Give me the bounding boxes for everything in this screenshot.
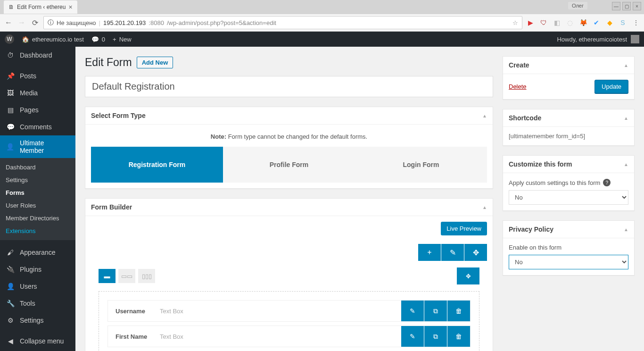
browser-tab[interactable]: 🗎 Edit Form ‹ ethereu ×: [4, 0, 77, 14]
menu-tools[interactable]: 🔧Tools: [0, 295, 75, 312]
menu-ultimate-member[interactable]: 👤Ultimate Member: [0, 135, 75, 158]
delete-link[interactable]: Delete: [509, 83, 527, 90]
user-menu[interactable]: Howdy, ethereumicoiotest: [557, 35, 639, 43]
close-window-icon[interactable]: ×: [633, 2, 641, 10]
section-move-button[interactable]: ✥: [457, 267, 479, 284]
menu-comments[interactable]: 💬Comments: [0, 118, 75, 135]
submenu-member-directories[interactable]: Member Directories: [0, 212, 75, 225]
layout-1col-button[interactable]: ▬: [99, 269, 116, 283]
submenu-dashboard[interactable]: Dashboard: [0, 161, 75, 174]
duplicate-field-button[interactable]: ⧉: [424, 326, 447, 347]
plus-icon: +: [427, 248, 431, 257]
menu-plugins[interactable]: 🔌Plugins: [0, 261, 75, 278]
submenu-settings[interactable]: Settings: [0, 174, 75, 186]
live-preview-button[interactable]: Live Preview: [441, 222, 487, 235]
layout-2col-button[interactable]: ▭▭: [118, 269, 135, 283]
site-link[interactable]: 🏠 ethereumico.io test: [22, 36, 84, 43]
tab-bar: 🗎 Edit Form ‹ ethereu × Олег — ▢ ×: [0, 0, 644, 14]
avatar-icon: [631, 35, 639, 43]
form-title-input[interactable]: [85, 76, 493, 97]
edit-field-button[interactable]: ✎: [401, 301, 424, 321]
plus-icon: +: [113, 36, 116, 43]
add-new-button[interactable]: Add New: [137, 57, 173, 68]
ext-icon[interactable]: S: [619, 18, 627, 27]
back-button[interactable]: ←: [4, 18, 13, 27]
chevron-up-icon[interactable]: ▲: [482, 205, 487, 210]
postbox-header[interactable]: Form Builder ▲: [85, 199, 493, 216]
chevron-up-icon[interactable]: ▲: [624, 227, 628, 232]
privacy-select[interactable]: No: [509, 255, 628, 269]
form-builder-box: Form Builder ▲ Live Preview + ✎ ✥: [85, 198, 493, 351]
menu-users[interactable]: 👤Users: [0, 278, 75, 295]
delete-field-button[interactable]: 🗑: [447, 301, 470, 321]
postbox-header[interactable]: Customize this form ▲: [503, 156, 634, 173]
tab-title: Edit Form ‹ ethereu: [17, 4, 66, 10]
ext-icon[interactable]: 🛡: [539, 18, 548, 27]
page-title: Edit Form: [85, 56, 132, 69]
url-input[interactable]: ⓘ Не защищено | 195.201.20.193:8080/wp-a…: [43, 16, 522, 29]
media-icon: 🖼: [6, 88, 15, 98]
form-type-registration[interactable]: Registration Form: [91, 147, 223, 183]
ext-icon[interactable]: ◆: [605, 18, 614, 27]
maximize-icon[interactable]: ▢: [622, 2, 631, 10]
duplicate-field-button[interactable]: ⧉: [424, 301, 447, 321]
form-type-login[interactable]: Login Form: [355, 147, 487, 183]
field-type: Text Box: [160, 333, 401, 340]
chevron-up-icon[interactable]: ▲: [624, 63, 628, 68]
close-icon[interactable]: ×: [68, 3, 72, 11]
add-field-button[interactable]: +: [418, 244, 441, 261]
postbox-header[interactable]: Privacy Policy ▲: [503, 221, 634, 238]
layout-3col-button[interactable]: ▯▯▯: [138, 269, 155, 283]
postbox-header[interactable]: Select Form Type ▲: [85, 107, 493, 125]
minimize-icon[interactable]: —: [612, 2, 620, 10]
chevron-up-icon[interactable]: ▲: [624, 162, 628, 167]
field-row[interactable]: Username Text Box ✎ ⧉ 🗑: [107, 300, 471, 322]
edit-button[interactable]: ✎: [441, 244, 464, 261]
move-icon: ✥: [466, 273, 471, 280]
menu-dashboard[interactable]: ⏱Dashboard: [0, 47, 75, 64]
user-chip: Олег: [568, 2, 587, 9]
bookmark-icon[interactable]: ☆: [512, 19, 518, 26]
move-button[interactable]: ✥: [464, 244, 487, 261]
reload-button[interactable]: ⟳: [30, 18, 40, 27]
menu-settings[interactable]: ⚙Settings: [0, 312, 75, 329]
comment-icon: 💬: [91, 36, 99, 43]
new-link[interactable]: + New: [113, 36, 132, 43]
ext-icon[interactable]: ✔: [592, 18, 601, 27]
ext-icon[interactable]: ◧: [553, 18, 561, 27]
submenu-forms[interactable]: Forms: [0, 186, 75, 199]
forward-button: →: [17, 18, 26, 27]
select-form-type-box: Select Form Type ▲ Note: Form type canno…: [85, 107, 493, 189]
menu-icon[interactable]: ⋮: [632, 18, 640, 27]
menu-appearance[interactable]: 🖌Appearance: [0, 244, 75, 261]
security-label: Не защищено: [57, 19, 96, 26]
postbox-header[interactable]: Create ▲: [503, 57, 634, 74]
help-icon[interactable]: ?: [603, 179, 611, 186]
home-icon: 🏠: [22, 36, 29, 43]
extensions: ▶ 🛡 ◧ ◌ 🦊 ✔ ◆ S ⋮: [526, 18, 640, 27]
submenu-user-roles[interactable]: User Roles: [0, 199, 75, 212]
chevron-up-icon[interactable]: ▲: [482, 113, 487, 118]
wp-logo-icon[interactable]: W: [5, 34, 14, 44]
submenu-extensions[interactable]: Extensions: [0, 225, 75, 237]
delete-field-button[interactable]: 🗑: [447, 326, 470, 347]
edit-field-button[interactable]: ✎: [401, 326, 424, 347]
postbox-header[interactable]: Shortcode ▲: [503, 109, 634, 127]
ext-icon[interactable]: ▶: [526, 18, 535, 27]
field-row[interactable]: First Name Text Box ✎ ⧉ 🗑: [107, 326, 471, 347]
field-type: Text Box: [160, 308, 401, 315]
customize-select[interactable]: No: [509, 190, 628, 205]
ext-icon[interactable]: 🦊: [579, 18, 587, 27]
move-icon: ✥: [473, 248, 479, 257]
privacy-label: Enable on this form: [509, 244, 628, 251]
update-button[interactable]: Update: [594, 80, 628, 93]
form-type-profile[interactable]: Profile Form: [223, 147, 355, 183]
collapse-menu[interactable]: ◀Collapse menu: [0, 333, 75, 350]
chevron-up-icon[interactable]: ▲: [624, 116, 628, 121]
builder-toolbar: + ✎ ✥: [91, 244, 487, 261]
ext-icon[interactable]: ◌: [566, 18, 574, 27]
menu-pages[interactable]: ▤Pages: [0, 101, 75, 118]
comments-link[interactable]: 💬 0: [91, 36, 105, 43]
menu-posts[interactable]: 📌Posts: [0, 67, 75, 84]
menu-media[interactable]: 🖼Media: [0, 84, 75, 101]
